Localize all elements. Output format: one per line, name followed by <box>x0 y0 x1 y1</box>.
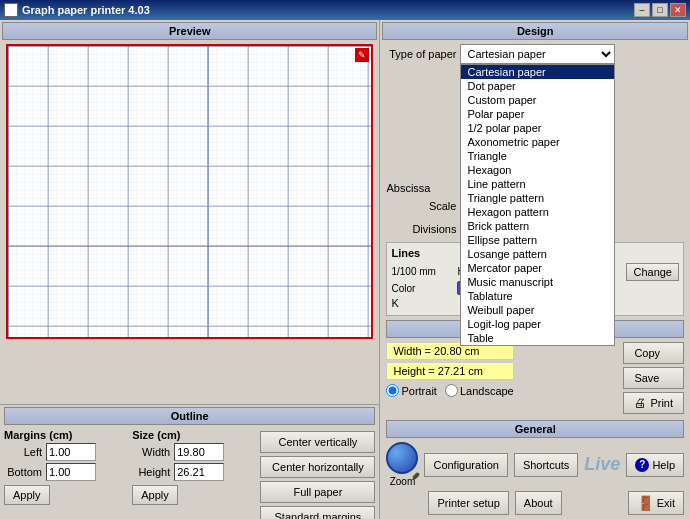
dropdown-item-halfpolar[interactable]: 1/2 polar paper <box>461 121 614 135</box>
dropdown-item-mercator[interactable]: Mercator paper <box>461 261 614 275</box>
app-icon <box>4 3 18 17</box>
about-button[interactable]: About <box>515 491 562 515</box>
printer-icon: 🖨 <box>634 396 646 410</box>
left-label: Left <box>4 446 42 458</box>
general-header: General <box>386 420 684 438</box>
minimize-button[interactable]: – <box>634 3 650 17</box>
maximize-button[interactable]: □ <box>652 3 668 17</box>
dropdown-item-triangle[interactable]: Triangle <box>461 149 614 163</box>
copy-button[interactable]: Copy <box>623 342 684 364</box>
margins-label: Margins (cm) <box>4 429 124 441</box>
landscape-option[interactable]: Landscape <box>445 384 514 397</box>
width-label: Width <box>132 446 170 458</box>
dropdown-item-hexagon[interactable]: Hexagon <box>461 163 614 177</box>
bottom-label: Bottom <box>4 466 42 478</box>
watermark: Live <box>584 454 620 475</box>
apply-size-button[interactable]: Apply <box>132 485 178 505</box>
dropdown-item-losange[interactable]: Losange pattern <box>461 247 614 261</box>
color-label: Color <box>391 283 451 294</box>
exit-button[interactable]: 🚪 Exit <box>628 491 684 515</box>
paper-height-info: Height = 27.21 cm <box>386 362 513 380</box>
help-button[interactable]: ? Help <box>626 453 684 477</box>
design-header: Design <box>382 22 688 40</box>
shortcuts-button[interactable]: Shortcuts <box>514 453 578 477</box>
dropdown-item-hexpattern[interactable]: Hexagon pattern <box>461 205 614 219</box>
dropdown-item-dot[interactable]: Dot paper <box>461 79 614 93</box>
bottom-input[interactable] <box>46 463 96 481</box>
height-input[interactable] <box>174 463 224 481</box>
size-label: Size (cm) <box>132 429 252 441</box>
type-label: Type of paper <box>386 48 456 60</box>
preview-area: ✎ <box>6 44 373 339</box>
configuration-button[interactable]: Configuration <box>424 453 507 477</box>
type-dropdown-container: Cartesian paper Dot paper Custom paper P… <box>460 44 615 64</box>
dropdown-item-linepattern[interactable]: Line pattern <box>461 177 614 191</box>
preview-header: Preview <box>2 22 377 40</box>
printer-setup-button[interactable]: Printer setup <box>428 491 508 515</box>
type-dropdown-popup: Cartesian paper Dot paper Custom paper P… <box>460 64 615 346</box>
center-horizontally-button[interactable]: Center horizontally <box>260 456 375 478</box>
per100mm-label: 1/100 mm <box>391 266 451 277</box>
width-input[interactable] <box>174 443 224 461</box>
dropdown-item-cartesian[interactable]: Cartesian paper <box>461 65 614 79</box>
grid-preview <box>8 46 371 337</box>
exit-icon: 🚪 <box>637 495 654 511</box>
type-dropdown[interactable]: Cartesian paper Dot paper Custom paper P… <box>460 44 615 64</box>
standard-margins-button[interactable]: Standard margins <box>260 506 375 519</box>
abscissa-label: Abscissa <box>386 182 430 194</box>
save-button[interactable]: Save <box>623 367 684 389</box>
center-vertically-button[interactable]: Center vertically <box>260 431 375 453</box>
print-button[interactable]: 🖨 Print <box>623 392 684 414</box>
dropdown-item-brick[interactable]: Brick pattern <box>461 219 614 233</box>
dropdown-item-axono[interactable]: Axonometric paper <box>461 135 614 149</box>
k-label: K <box>391 297 398 309</box>
outline-header: Outline <box>4 407 375 425</box>
change-button[interactable]: Change <box>626 263 679 281</box>
edit-icon[interactable]: ✎ <box>355 48 369 62</box>
dropdown-item-music[interactable]: Music manuscript <box>461 275 614 289</box>
zoom-icon[interactable] <box>386 442 418 474</box>
help-icon: ? <box>635 458 649 472</box>
dropdown-item-custom[interactable]: Custom paper <box>461 93 614 107</box>
dropdown-item-table[interactable]: Table <box>461 331 614 345</box>
dropdown-item-weibull[interactable]: Weibull paper <box>461 303 614 317</box>
height-label: Height <box>132 466 170 478</box>
portrait-radio[interactable] <box>386 384 399 397</box>
apply-margins-button[interactable]: Apply <box>4 485 50 505</box>
close-button[interactable]: ✕ <box>670 3 686 17</box>
scale-label: Scale <box>386 200 456 212</box>
left-input[interactable] <box>46 443 96 461</box>
app-title: Graph paper printer 4.03 <box>22 4 150 16</box>
dropdown-item-tablature[interactable]: Tablature <box>461 289 614 303</box>
dropdown-item-polar[interactable]: Polar paper <box>461 107 614 121</box>
divisions-label: Divisions <box>386 223 456 235</box>
portrait-option[interactable]: Portrait <box>386 384 436 397</box>
dropdown-item-logit[interactable]: Logit-log paper <box>461 317 614 331</box>
full-paper-button[interactable]: Full paper <box>260 481 375 503</box>
dropdown-item-ellipse[interactable]: Ellipse pattern <box>461 233 614 247</box>
svg-rect-1 <box>8 46 371 337</box>
title-bar: Graph paper printer 4.03 – □ ✕ <box>0 0 690 20</box>
landscape-radio[interactable] <box>445 384 458 397</box>
dropdown-item-tripattern[interactable]: Triangle pattern <box>461 191 614 205</box>
